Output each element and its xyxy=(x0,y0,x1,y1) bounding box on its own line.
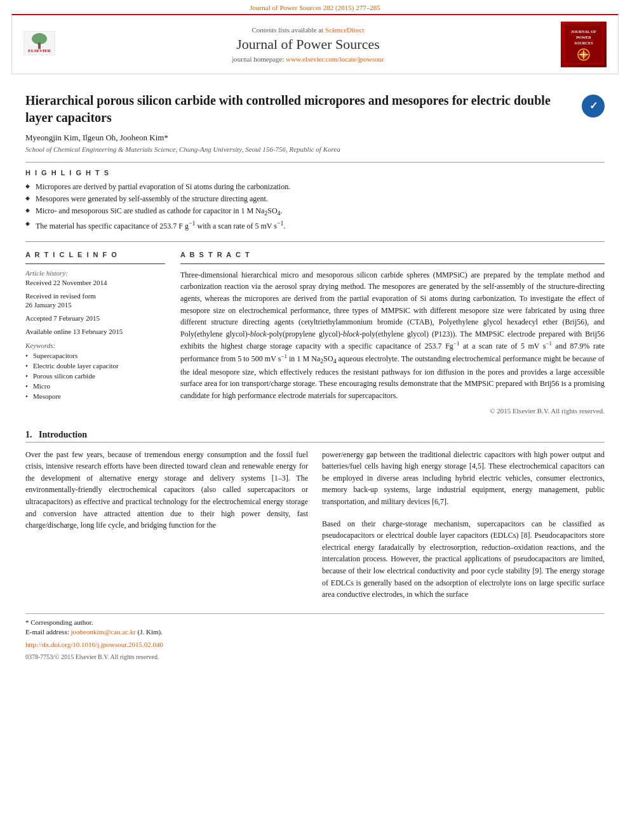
footer-bar: 0378-7753/© 2015 Elsevier B.V. All right… xyxy=(25,653,605,660)
highlight-item-3: Micro- and mesoporous SiC are studied as… xyxy=(25,205,605,218)
svg-text:JOURNAL OF: JOURNAL OF xyxy=(571,29,596,34)
banner-right: JOURNAL OF POWER SOURCES xyxy=(561,22,607,67)
intro-right-text-2: Based on their charge-storage mechanism,… xyxy=(322,518,605,601)
abstract-col: A B S T R A C T Three-dimensional hierar… xyxy=(180,251,605,415)
highlight-item-2: Mesopores were generated by self-assembl… xyxy=(25,193,605,205)
keyword-1: Supercapacitors xyxy=(25,351,165,361)
intro-left-text: Over the past few years, because of trem… xyxy=(25,449,308,531)
section-title: Introduction xyxy=(39,430,87,439)
intro-section: 1. Introduction Over the past few years,… xyxy=(25,430,605,601)
page-container: Journal of Power Sources 282 (2015) 277–… xyxy=(0,0,630,840)
author-names: Myeongjin Kim, Ilgeun Oh, Jooheon Kim* xyxy=(25,133,168,142)
corresponding-label: * Corresponding author. xyxy=(25,618,93,626)
keywords-label: Keywords: xyxy=(25,342,165,349)
svg-text:ELSEVIER: ELSEVIER xyxy=(28,48,51,53)
received-date: Received 22 November 2014 xyxy=(25,278,165,288)
authors: Myeongjin Kim, Ilgeun Oh, Jooheon Kim* xyxy=(25,133,605,143)
journal-citation-bar: Journal of Power Sources 282 (2015) 277–… xyxy=(0,0,630,14)
highlights-title: H I G H L I G H T S xyxy=(25,169,605,177)
copyright-text: © 2015 Elsevier B.V. All rights reserved… xyxy=(180,407,605,415)
section-header: 1. Introduction xyxy=(25,430,605,443)
intro-left-col: Over the past few years, because of trem… xyxy=(25,449,308,601)
received-revised-date: Received in revised form26 January 2015 xyxy=(25,291,165,310)
elsevier-logo: ELSEVIER xyxy=(23,31,55,55)
corresponding-author-note: * Corresponding author. xyxy=(25,618,605,627)
email-label: E-mail address: xyxy=(25,628,69,636)
abstract-text: Three-dimensional hierarchical micro and… xyxy=(180,269,605,402)
article-title: Hierarchical porous silicon carbide with… xyxy=(25,92,605,126)
sciencedirect-line: Contents lists available at ScienceDirec… xyxy=(55,26,561,34)
article-info-col: A R T I C L E I N F O Article history: R… xyxy=(25,251,165,415)
doi-line: http://dx.doi.org/10.1016/j.jpowsour.201… xyxy=(25,640,605,650)
footnote-area: * Corresponding author. E-mail address: … xyxy=(25,613,605,660)
banner-left: ELSEVIER xyxy=(23,31,55,58)
doi-link[interactable]: http://dx.doi.org/10.1016/j.jpowsour.201… xyxy=(25,641,163,648)
abstract-divider xyxy=(180,263,605,264)
journal-citation: Journal of Power Sources 282 (2015) 277–… xyxy=(250,4,380,11)
divider-1 xyxy=(25,162,605,163)
email-note: E-mail address: jooheonkim@cau.ac.kr (J.… xyxy=(25,627,605,637)
journal-title: Journal of Power Sources xyxy=(55,36,561,53)
section-number: 1. xyxy=(25,430,32,439)
homepage-link[interactable]: www.elsevier.com/locate/jpowsour xyxy=(286,55,384,63)
homepage-prefix: journal homepage: xyxy=(232,55,284,63)
elsevier-tree-icon: ELSEVIER xyxy=(23,31,55,55)
crossmark-badge[interactable]: ✓ xyxy=(582,95,605,117)
divider-2 xyxy=(25,241,605,242)
keyword-2: Electric double layer capacitor xyxy=(25,361,165,371)
highlights-section: H I G H L I G H T S Micropores are deriv… xyxy=(25,169,605,232)
keyword-5: Mesopore xyxy=(25,392,165,402)
svg-text:✓: ✓ xyxy=(589,100,598,111)
main-content: ✓ Hierarchical porous silicon carbide wi… xyxy=(0,74,630,673)
intro-body: Over the past few years, because of trem… xyxy=(25,449,605,601)
available-date: Available online 13 February 2015 xyxy=(25,327,165,337)
sciencedirect-prefix: Contents lists available at xyxy=(251,26,323,34)
email-suffix: (J. Kim). xyxy=(138,628,163,636)
journal-cover: JOURNAL OF POWER SOURCES xyxy=(561,22,607,67)
info-divider xyxy=(25,263,165,264)
intro-right-text-1: power/energy gap between the traditional… xyxy=(322,449,605,508)
highlights-list: Micropores are derived by partial evapor… xyxy=(25,181,605,232)
highlight-item-4: The material has specific capacitance of… xyxy=(25,218,605,232)
banner-center: Contents lists available at ScienceDirec… xyxy=(55,26,561,63)
keywords-list: Supercapacitors Electric double layer ca… xyxy=(25,351,165,402)
article-info-title: A R T I C L E I N F O xyxy=(25,251,165,258)
highlight-item-1: Micropores are derived by partial evapor… xyxy=(25,181,605,193)
svg-text:POWER: POWER xyxy=(576,35,591,39)
crossmark-icon: ✓ xyxy=(582,95,605,117)
accepted-date: Accepted 7 February 2015 xyxy=(25,314,165,323)
journal-banner: ELSEVIER Contents lists available at Sci… xyxy=(11,14,619,74)
homepage-line: journal homepage: www.elsevier.com/locat… xyxy=(55,55,561,63)
svg-text:SOURCES: SOURCES xyxy=(574,41,593,45)
keyword-4: Micro xyxy=(25,382,165,392)
journal-cover-svg: JOURNAL OF POWER SOURCES xyxy=(563,22,604,67)
article-info-abstract: A R T I C L E I N F O Article history: R… xyxy=(25,251,605,415)
abstract-title: A B S T R A C T xyxy=(180,251,605,258)
sciencedirect-link[interactable]: ScienceDirect xyxy=(325,26,365,34)
email-link[interactable]: jooheonkim@cau.ac.kr xyxy=(70,628,135,636)
affiliation: School of Chemical Engineering & Materia… xyxy=(25,145,605,153)
intro-right-col: power/energy gap between the traditional… xyxy=(322,449,605,601)
history-label: Article history: xyxy=(25,269,165,277)
keyword-3: Porous silicon carbide xyxy=(25,371,165,382)
